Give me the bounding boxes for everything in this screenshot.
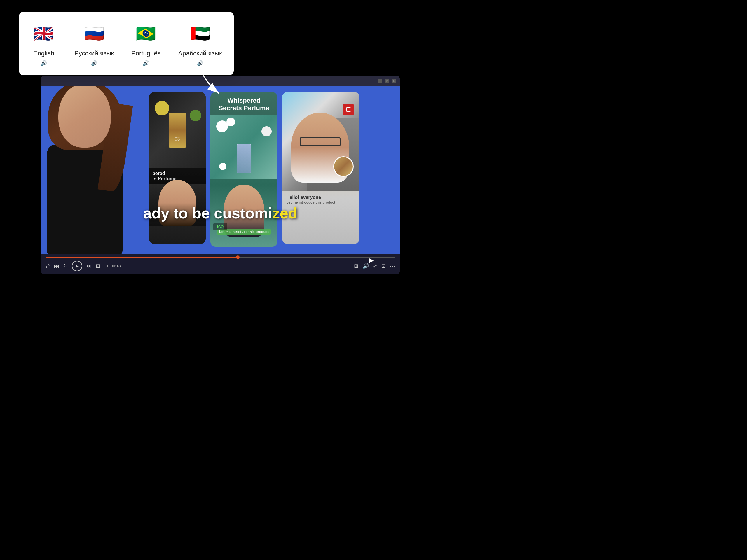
card3-subtitle-text: Let me introduce this product <box>286 200 355 205</box>
fullscreen-button[interactable]: ⤢ <box>373 263 377 269</box>
woman-hair <box>48 86 121 151</box>
lang-name-portuguese: Português <box>131 50 160 57</box>
prev-button[interactable]: ⏮ <box>54 263 59 269</box>
audio-icon-russian[interactable]: 🔊 <box>91 60 98 66</box>
card3-mini-perfume <box>333 156 354 177</box>
lang-item-portuguese[interactable]: 🇧🇷 Português 🔊 <box>131 20 160 66</box>
lime-decoration <box>190 110 201 121</box>
audio-icon-arabic[interactable]: 🔊 <box>197 60 203 66</box>
cast-button[interactable]: ⊡ <box>381 263 386 269</box>
card3-outdoor-bg: C <box>282 92 360 191</box>
flower-3 <box>261 126 272 136</box>
audio-icon-english[interactable]: 🔊 <box>41 60 47 66</box>
controls-left: ⇄ ⏮ ↻ ▶ ⏭ ⊡ 0:00:18 <box>46 261 121 271</box>
perfume-bottle-1 <box>169 113 186 148</box>
restore-button[interactable]: □ <box>385 79 389 83</box>
flower-4 <box>219 163 227 170</box>
more-button[interactable]: ⋯ <box>390 263 395 269</box>
time-display: 0:00:18 <box>107 264 121 268</box>
flag-english: 🇬🇧 <box>31 20 57 47</box>
loop-button[interactable]: ↻ <box>63 263 68 269</box>
card3-red-sign: C <box>343 104 354 115</box>
flag-russian: 🇷🇺 <box>81 20 107 47</box>
lemon-decoration-1 <box>155 101 169 115</box>
next-button[interactable]: ⏭ <box>86 263 92 269</box>
shuffle-button[interactable]: ⇄ <box>46 263 50 269</box>
flag-portuguese: 🇧🇷 <box>133 20 159 47</box>
lang-name-arabic: Арабский язык <box>178 50 222 57</box>
card3-hello-text: Hello! everyone <box>286 195 355 200</box>
audio-icon-portuguese[interactable]: 🔊 <box>143 60 149 66</box>
subtitle-main-text: ady to be customized <box>41 205 400 222</box>
subtitle-sub-text: ice <box>213 223 227 231</box>
flower-1 <box>216 121 228 132</box>
progress-dot <box>236 256 239 259</box>
progress-bar[interactable] <box>46 257 395 258</box>
flower-2 <box>227 117 235 126</box>
card2-perfume-bottle <box>237 144 251 173</box>
woman-head <box>58 86 111 148</box>
subtitle-button[interactable]: ⊡ <box>96 263 100 269</box>
controls-row: ⇄ ⏮ ↻ ▶ ⏭ ⊡ 0:00:18 ⊞ 🔊 ⤢ ⊡ ⋯ <box>46 261 395 271</box>
lang-item-arabic[interactable]: 🇦🇪 Арабский язык 🔊 <box>178 20 222 66</box>
video-player-window: — □ ✕ beredts Perfume <box>41 76 400 274</box>
card2-flowers-area <box>210 115 278 179</box>
lang-item-english[interactable]: 🇬🇧 English 🔊 <box>31 20 57 66</box>
video-controls-bar: ⇄ ⏮ ↻ ▶ ⏭ ⊡ 0:00:18 ⊞ 🔊 ⤢ ⊡ ⋯ <box>41 254 400 274</box>
minimize-button[interactable]: — <box>378 79 382 83</box>
volume-button[interactable]: 🔊 <box>362 263 369 269</box>
card3-glasses <box>300 137 340 146</box>
close-button[interactable]: ✕ <box>392 79 396 83</box>
screen-button[interactable]: ⊞ <box>354 263 358 269</box>
lang-item-russian[interactable]: 🇷🇺 Русский язык 🔊 <box>74 20 114 66</box>
subtitle-yellow-text: zed <box>272 205 298 222</box>
language-selector-popup: 🇬🇧 English 🔊 🇷🇺 Русский язык 🔊 🇧🇷 Portug… <box>19 12 234 75</box>
controls-right: ⊞ 🔊 ⤢ ⊡ ⋯ <box>354 263 395 269</box>
subtitle-prefix: ady to be customi <box>143 205 272 222</box>
lang-name-russian: Русский язык <box>74 50 114 57</box>
flag-arabic: 🇦🇪 <box>187 20 213 47</box>
progress-fill <box>46 257 238 258</box>
video-content-area: beredts Perfume WhisperedSecrets Perfume <box>41 86 400 254</box>
play-button[interactable]: ▶ <box>72 261 82 271</box>
lang-name-english: English <box>33 50 54 57</box>
card1-perfume-area <box>149 92 206 168</box>
video-subtitle-overlay: ady to be customized ice <box>41 205 400 231</box>
woman-body <box>47 145 123 254</box>
